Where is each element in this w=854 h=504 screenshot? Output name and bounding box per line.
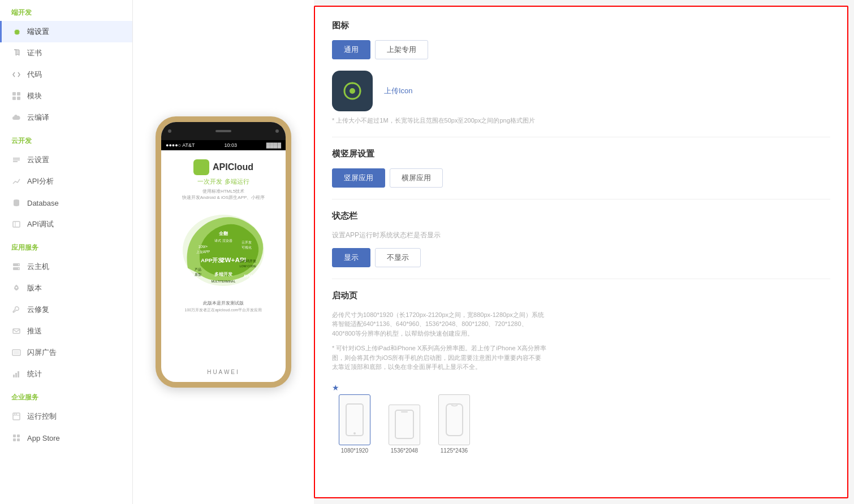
launch-star-0: ★ (332, 383, 339, 392)
sidebar-item-stats[interactable]: 统计 (0, 363, 132, 385)
icon-runtime (11, 411, 21, 422)
launch-hint1: 必传尺寸为1080*1920（长1720px-2120px之间，宽880px-1… (332, 310, 547, 338)
icon-server (11, 262, 21, 272)
svg-rect-4 (13, 158, 20, 159)
btn-general[interactable]: 通用 (332, 40, 370, 59)
icon-chart (11, 176, 21, 186)
time-text: 10:03 (224, 142, 237, 148)
icon-stats (11, 369, 21, 379)
sidebar-item-label-push: 推送 (27, 326, 42, 336)
icon-push (11, 326, 21, 336)
icon-wrench (11, 305, 21, 315)
launch-frame-0 (339, 394, 370, 445)
carrier-text: ●●●●○ AT&T (166, 142, 195, 148)
launch-images: ★1080*19201536*20481125*2436 (332, 381, 830, 454)
sidebar-item-label-appstore: App Store (27, 434, 60, 442)
sidebar-item-label-module: 模块 (27, 91, 42, 101)
sidebar-item-settings[interactable]: 端设置 (0, 21, 132, 42)
sidebar-item-host[interactable]: 云主机 (0, 256, 132, 277)
svg-rect-26 (17, 435, 20, 437)
btn-show[interactable]: 显示 (332, 248, 370, 267)
launch-title: 启动页 (332, 290, 830, 301)
svg-rect-2 (12, 97, 16, 100)
sidebar-item-api-analysis[interactable]: API分析 (0, 171, 132, 192)
btn-publish[interactable]: 上架专用 (375, 40, 428, 59)
sidebar-item-label-certificate: 证书 (27, 48, 42, 58)
sensor-dot (275, 129, 279, 133)
svg-rect-20 (18, 371, 19, 377)
svg-rect-3 (17, 97, 20, 100)
launch-img-item-1[interactable]: 1536*2048 (382, 391, 427, 454)
svg-rect-15 (13, 329, 20, 333)
launch-img-item-0[interactable]: ★1080*1920 (332, 383, 377, 454)
svg-rect-51 (401, 411, 408, 412)
btn-portrait[interactable]: 竖屏应用 (332, 168, 385, 188)
btn-landscape[interactable]: 横屏应用 (390, 168, 443, 188)
svg-point-49 (353, 432, 356, 435)
sidebar-item-label-cloud-settings: 云设置 (27, 155, 49, 165)
statusbar-title: 状态栏 (332, 211, 830, 221)
svg-text:云开发: 云开发 (241, 241, 252, 245)
svg-text:可视化: 可视化 (241, 246, 252, 250)
upload-icon-link[interactable]: 上传Icon (384, 86, 413, 96)
orientation-section: 横竖屏设置 竖屏应用 横屏应用 (332, 149, 830, 188)
orientation-title: 横竖屏设置 (332, 149, 830, 159)
sidebar-item-appstore[interactable]: App Store (0, 427, 132, 449)
svg-rect-48 (346, 404, 363, 436)
phone-bottom-text2: 100万开发者正在apicloud.com平台开发应用 (185, 307, 262, 313)
app-icon-box (332, 71, 373, 111)
sidebar-item-database[interactable]: Database (0, 192, 132, 214)
svg-point-14 (16, 287, 18, 289)
sidebar-item-certificate[interactable]: 证书 (0, 42, 132, 64)
icon-cloud-gear (11, 155, 21, 165)
speaker (215, 130, 231, 132)
sidebar-item-label-database: Database (27, 199, 59, 207)
sidebar-item-repair[interactable]: 云修复 (0, 299, 132, 320)
svg-text:LOW CODE: LOW CODE (240, 264, 257, 268)
icon-code (11, 69, 21, 80)
svg-text:AVM: AVM (243, 273, 252, 279)
sidebar-item-push[interactable]: 推送 (0, 320, 132, 342)
sidebar-item-code[interactable]: 代码 (0, 64, 132, 85)
svg-rect-0 (12, 92, 16, 95)
svg-text:框架: 框架 (245, 281, 251, 284)
btn-hide[interactable]: 不显示 (375, 248, 421, 267)
sidebar-item-api-debug[interactable]: API调试 (0, 214, 132, 235)
sidebar-item-label-runtime: 运行控制 (27, 411, 57, 422)
sidebar-item-runtime[interactable]: 运行控制 (0, 406, 132, 427)
orientation-btn-group: 竖屏应用 横屏应用 (332, 168, 830, 188)
svg-point-47 (350, 88, 355, 94)
camera-dot (168, 129, 171, 133)
svg-text:产品: 产品 (195, 267, 201, 271)
svg-point-23 (14, 414, 15, 415)
sidebar-item-label-api-analysis: API分析 (27, 176, 54, 186)
icon-ad (11, 347, 21, 358)
icon-btn-group: 通用 上架专用 (332, 40, 830, 59)
sidebar-item-splash-ad[interactable]: 闪屏广告 (0, 342, 132, 363)
sidebar-item-version[interactable]: 版本 (0, 277, 132, 299)
sidebar-item-label-repair: 云修复 (27, 305, 49, 315)
sidebar-item-cloud-compile[interactable]: 云编译 (0, 107, 132, 128)
sidebar-item-module[interactable]: 模块 (0, 85, 132, 107)
svg-text:多端开发: 多端开发 (214, 272, 232, 277)
sidebar-section-label: 端开发 (0, 0, 132, 21)
launch-frame-1 (389, 405, 420, 445)
divider-3 (332, 279, 830, 279)
svg-text:MULTITERMINAL: MULTITERMINAL (212, 280, 236, 283)
svg-rect-6 (13, 161, 18, 162)
sidebar-item-label-splash-ad: 闪屏广告 (27, 347, 57, 358)
svg-rect-5 (13, 159, 20, 160)
svg-rect-18 (13, 375, 15, 377)
svg-text:10W+: 10W+ (199, 245, 208, 249)
launch-img-item-2[interactable]: 1125*2436 (432, 381, 477, 454)
svg-text:全翻: 全翻 (219, 231, 228, 236)
svg-rect-8 (13, 221, 20, 227)
sidebar-item-cloud-settings[interactable]: 云设置 (0, 149, 132, 171)
icon-db (11, 198, 21, 208)
phone-preview-area: ●●●●○ AT&T 10:03 ▓▓▓▓ APICloud 一次开发 多端运行 (133, 0, 314, 504)
sidebar-item-label-api-debug: API调试 (27, 219, 54, 229)
sidebar-section-label: 企业服务 (0, 385, 132, 406)
launch-hint2: * 可针对iOS上传iPad和iPhone X系列高分辨率图。若上传了iPhon… (332, 344, 547, 372)
sidebar-item-label-version: 版本 (27, 283, 42, 293)
main-content: ●●●●○ AT&T 10:03 ▓▓▓▓ APICloud 一次开发 多端运行 (133, 0, 854, 504)
